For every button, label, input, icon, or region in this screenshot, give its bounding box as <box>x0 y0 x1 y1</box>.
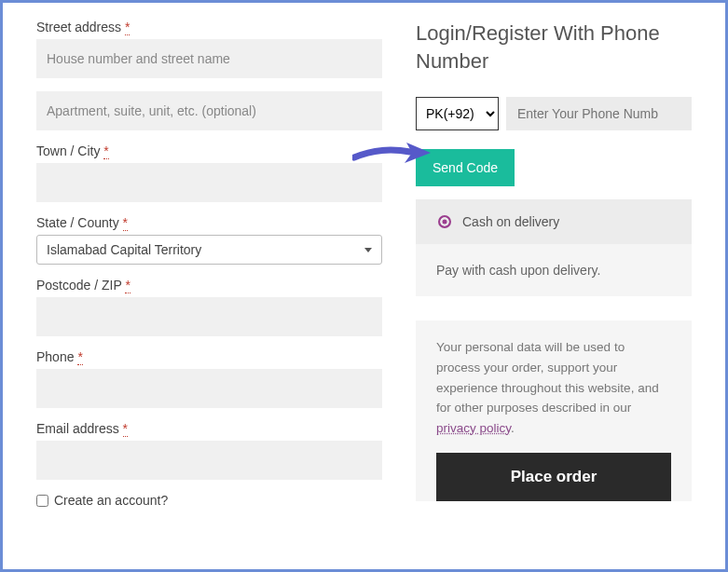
state-county-group: State / County * Islamabad Capital Terri… <box>36 215 382 265</box>
privacy-text-after: . <box>511 421 515 435</box>
required-mark: * <box>77 349 82 365</box>
postcode-input[interactable] <box>36 297 382 336</box>
phone-login-row: PK(+92) <box>416 97 692 130</box>
postcode-group: Postcode / ZIP * <box>36 278 382 336</box>
label-text: Postcode / ZIP <box>36 278 122 293</box>
send-code-button[interactable]: Send Code <box>416 149 515 186</box>
label-text: Phone <box>36 349 74 364</box>
radio-selected-icon <box>438 215 451 228</box>
privacy-text: Your personal data will be used to proce… <box>436 337 671 438</box>
create-account-row[interactable]: Create an account? <box>36 493 382 508</box>
label-text: State / County <box>36 215 119 230</box>
town-city-input[interactable] <box>36 163 382 202</box>
payment-description: Pay with cash upon delivery. <box>416 244 692 296</box>
privacy-policy-link[interactable]: privacy policy <box>436 421 511 435</box>
phone-input[interactable] <box>36 369 382 408</box>
label-text: Town / City <box>36 143 100 158</box>
privacy-text-before: Your personal data will be used to proce… <box>436 340 659 415</box>
label-text: Email address <box>36 421 119 436</box>
street-address-input[interactable] <box>36 39 382 78</box>
create-account-label: Create an account? <box>54 493 168 508</box>
required-mark: * <box>103 143 108 159</box>
chevron-down-icon <box>364 248 372 252</box>
street-address-group: Street address * <box>36 20 382 130</box>
required-mark: * <box>125 20 130 35</box>
street-address-label: Street address * <box>36 20 382 34</box>
email-group: Email address * <box>36 421 382 480</box>
email-label: Email address * <box>36 421 382 436</box>
billing-form: Street address * Town / City * State / C… <box>36 20 382 552</box>
town-city-group: Town / City * <box>36 143 382 202</box>
email-input[interactable] <box>36 441 382 480</box>
country-code-select[interactable]: PK(+92) <box>416 97 499 130</box>
required-mark: * <box>123 215 128 231</box>
apartment-input[interactable] <box>36 91 382 130</box>
payment-option-label: Cash on delivery <box>462 214 559 229</box>
required-mark: * <box>125 278 130 293</box>
phone-group: Phone * <box>36 349 382 408</box>
state-value: Islamabad Capital Territory <box>47 242 201 257</box>
privacy-order-box: Your personal data will be used to proce… <box>416 320 692 501</box>
place-order-button[interactable]: Place order <box>436 453 671 501</box>
state-county-select[interactable]: Islamabad Capital Territory <box>36 235 382 265</box>
create-account-checkbox[interactable] <box>36 495 48 507</box>
phone-label: Phone * <box>36 349 382 364</box>
required-mark: * <box>123 421 128 437</box>
login-heading: Login/Register With Phone Number <box>416 20 692 75</box>
town-city-label: Town / City * <box>36 143 382 158</box>
payment-methods: Cash on delivery Pay with cash upon deli… <box>416 199 692 296</box>
login-phone-input[interactable] <box>506 97 692 130</box>
postcode-label: Postcode / ZIP * <box>36 278 382 293</box>
payment-option-cod[interactable]: Cash on delivery <box>416 199 692 244</box>
label-text: Street address <box>36 20 121 34</box>
state-county-label: State / County * <box>36 215 382 230</box>
login-order-panel: Login/Register With Phone Number PK(+92)… <box>416 20 692 552</box>
